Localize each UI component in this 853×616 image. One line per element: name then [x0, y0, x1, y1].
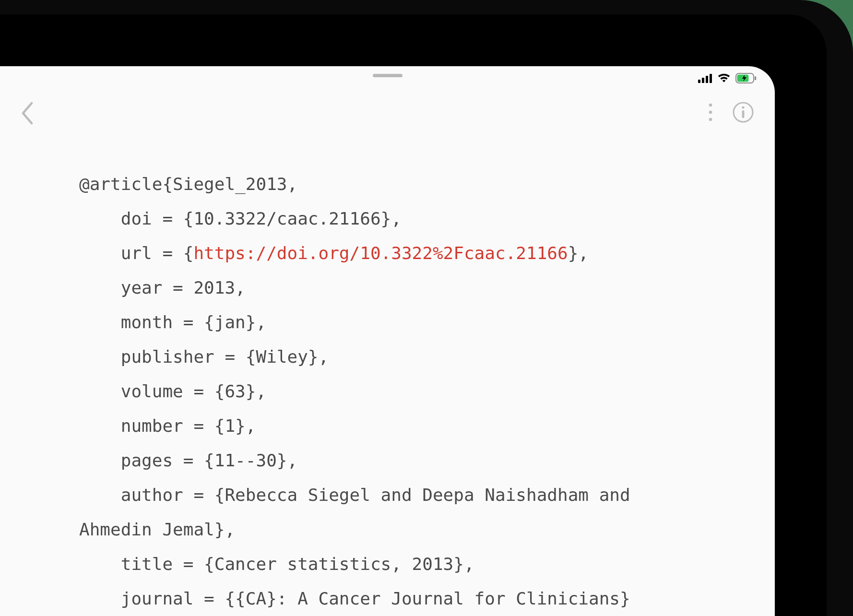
info-icon[interactable]: [732, 101, 755, 126]
bibtex-field-doi: doi = {10.3322/caac.21166},: [79, 209, 402, 228]
svg-rect-3: [710, 74, 712, 83]
device-bezel-inner: @article{Siegel_2013, doi = {10.3322/caa…: [0, 14, 827, 616]
back-button[interactable]: [20, 101, 39, 130]
cellular-signal-icon: [698, 73, 712, 83]
svg-point-8: [709, 111, 712, 114]
svg-rect-1: [702, 78, 704, 83]
toolbar-right-controls: [708, 101, 755, 126]
screen: @article{Siegel_2013, doi = {10.3322/caa…: [0, 66, 775, 616]
bibtex-field-pages: pages = {11--30},: [79, 450, 297, 470]
svg-rect-12: [742, 110, 745, 118]
bibtex-entry-open: @article{Siegel_2013,: [79, 174, 297, 194]
svg-point-9: [709, 118, 712, 121]
toolbar: [0, 96, 775, 134]
bibtex-field-year: year = 2013,: [79, 278, 246, 297]
svg-rect-6: [755, 76, 756, 80]
svg-rect-2: [706, 76, 708, 83]
bibtex-field-url-suffix: },: [568, 243, 589, 263]
more-vertical-icon[interactable]: [708, 102, 713, 125]
bibtex-field-journal: journal = {{CA}: A Cancer Journal for Cl…: [79, 589, 630, 608]
device-bezel-outer: @article{Siegel_2013, doi = {10.3322/caa…: [0, 0, 853, 616]
bibtex-field-url-prefix: url = {: [79, 243, 193, 263]
status-bar: [698, 73, 757, 83]
wifi-icon: [717, 73, 731, 83]
bibtex-field-author: author = {Rebecca Siegel and Deepa Naish…: [79, 485, 640, 539]
svg-point-7: [709, 104, 712, 107]
sheet-grabber[interactable]: [373, 74, 403, 77]
svg-rect-0: [698, 80, 700, 83]
bibtex-content[interactable]: @article{Siegel_2013, doi = {10.3322/caa…: [79, 167, 696, 616]
battery-charging-icon: [735, 73, 757, 83]
bibtex-field-publisher: publisher = {Wiley},: [79, 347, 329, 367]
bibtex-field-number: number = {1},: [79, 416, 256, 436]
bibtex-url-link[interactable]: https://doi.org/10.3322%2Fcaac.21166: [193, 243, 568, 263]
bibtex-field-volume: volume = {63},: [79, 381, 266, 401]
bibtex-field-title: title = {Cancer statistics, 2013},: [79, 554, 474, 574]
svg-point-11: [742, 106, 744, 108]
bibtex-field-month: month = {jan},: [79, 312, 266, 332]
